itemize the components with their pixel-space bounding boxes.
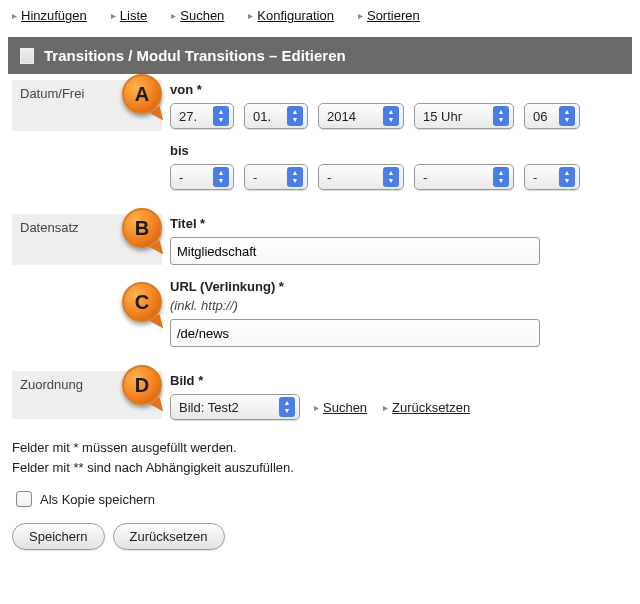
bis-year-select[interactable]: - [318,164,404,190]
bild-reset-link[interactable]: ▸ Zurücksetzen [383,400,470,415]
von-label: von * [170,82,624,97]
von-hour-select[interactable]: 15 Uhr [414,103,514,129]
nav-sort-label: Sortieren [367,8,420,23]
note-dependent: Felder mit ** sind nach Abhängigkeit aus… [12,458,632,478]
von-minute-select[interactable]: 06 [524,103,580,129]
stepper-icon [287,167,303,187]
bild-label: Bild * [170,373,624,388]
von-month-select[interactable]: 01. [244,103,308,129]
bild-search-link[interactable]: ▸ Suchen [314,400,367,415]
stepper-icon [493,106,509,126]
stepper-icon [383,167,399,187]
von-year-select[interactable]: 2014 [318,103,404,129]
stepper-icon [213,167,229,187]
row-datensatz: Datensatz B Titel * C URL (Verlinkung) *… [8,208,632,365]
von-day-select[interactable]: 27. [170,103,234,129]
arrow-icon: ▸ [358,10,363,21]
arrow-icon: ▸ [171,10,176,21]
nav-search-label: Suchen [180,8,224,23]
action-buttons: Speichern Zurücksetzen [12,523,632,550]
bis-label: bis [170,143,624,158]
nav-add[interactable]: ▸ Hinzufügen [12,8,87,23]
arrow-icon: ▸ [111,10,116,21]
note-required: Felder mit * müssen ausgefüllt werden. [12,438,632,458]
url-label: URL (Verlinkung) * [170,279,624,294]
nav-sort[interactable]: ▸ Sortieren [358,8,420,23]
bild-links: ▸ Suchen ▸ Zurücksetzen [314,400,470,415]
arrow-icon: ▸ [383,402,388,413]
annotation-c: C [122,282,162,322]
annotation-a: A [122,74,162,114]
bild-block: Bild * Bild: Test2 ▸ Suchen ▸ Zurückse [170,373,624,420]
arrow-icon: ▸ [314,402,319,413]
bis-hour-select[interactable]: - [414,164,514,190]
nav-list-label: Liste [120,8,147,23]
stepper-icon [279,397,295,417]
document-icon [20,48,34,64]
bis-month-select[interactable]: - [244,164,308,190]
titel-label: Titel * [170,216,624,231]
bild-search-label: Suchen [323,400,367,415]
reset-button[interactable]: Zurücksetzen [113,523,225,550]
save-as-copy-label: Als Kopie speichern [40,492,155,507]
checkbox-icon[interactable] [16,491,32,507]
titel-block: Titel * [170,216,624,265]
edit-panel: Transitions / Modul Transitions – Editie… [8,37,632,550]
titel-input[interactable] [170,237,540,265]
arrow-icon: ▸ [12,10,17,21]
required-notes: Felder mit * müssen ausgefüllt werden. F… [12,438,632,477]
panel-header: Transitions / Modul Transitions – Editie… [8,37,632,74]
bis-minute-select[interactable]: - [524,164,580,190]
row-zuordnung: Zuordnung D Bild * Bild: Test2 ▸ Suchen [8,365,632,428]
bild-select[interactable]: Bild: Test2 [170,394,300,420]
stepper-icon [287,106,303,126]
url-hint: (inkl. http://) [170,298,624,313]
save-as-copy[interactable]: Als Kopie speichern [16,491,632,507]
arrow-icon: ▸ [248,10,253,21]
nav-config-label: Konfiguration [257,8,334,23]
url-block: URL (Verlinkung) * (inkl. http://) [170,279,624,347]
stepper-icon [383,106,399,126]
bild-reset-label: Zurücksetzen [392,400,470,415]
nav-config[interactable]: ▸ Konfiguration [248,8,334,23]
annotation-b: B [122,208,162,248]
url-input[interactable] [170,319,540,347]
bis-day-select[interactable]: - [170,164,234,190]
nav-add-label: Hinzufügen [21,8,87,23]
stepper-icon [493,167,509,187]
stepper-icon [559,167,575,187]
annotation-d: D [122,365,162,405]
von-block: von * 27. 01. 2014 15 Uhr 06 [170,82,624,129]
panel-title: Transitions / Modul Transitions – Editie… [44,47,346,64]
row-datum: Datum/Frei A von * 27. 01. 2014 15 Uhr 0… [8,74,632,208]
top-nav: ▸ Hinzufügen ▸ Liste ▸ Suchen ▸ Konfigur… [8,8,632,23]
stepper-icon [213,106,229,126]
nav-search[interactable]: ▸ Suchen [171,8,224,23]
bis-block: bis - - - - - [170,143,624,190]
save-button[interactable]: Speichern [12,523,105,550]
stepper-icon [559,106,575,126]
nav-list[interactable]: ▸ Liste [111,8,147,23]
